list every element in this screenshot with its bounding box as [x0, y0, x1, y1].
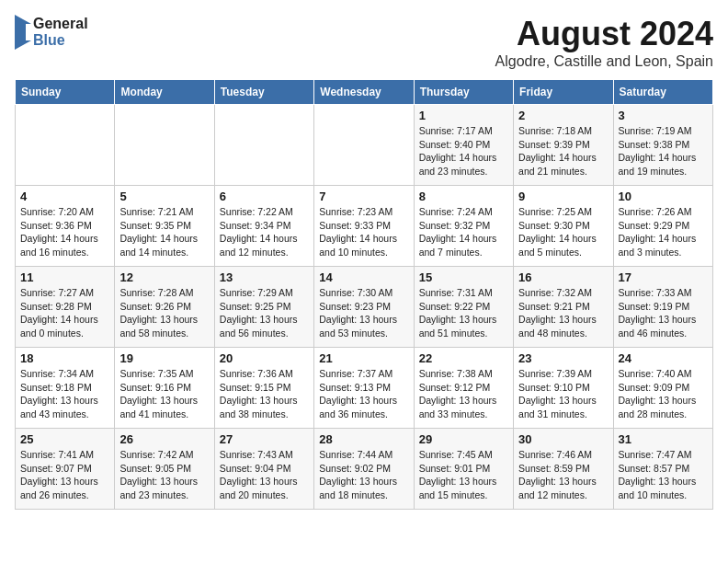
weekday-header-thursday: Thursday [414, 80, 513, 105]
day-number: 11 [20, 270, 109, 284]
location-subtitle: Algodre, Castille and Leon, Spain [495, 53, 714, 70]
calendar-cell: 22Sunrise: 7:38 AM Sunset: 9:12 PM Dayli… [414, 348, 513, 429]
day-number: 25 [20, 432, 109, 446]
day-info: Sunrise: 7:42 AM Sunset: 9:05 PM Dayligh… [119, 448, 209, 502]
calendar-cell: 11Sunrise: 7:27 AM Sunset: 9:28 PM Dayli… [16, 267, 115, 348]
logo-line1: General [33, 16, 88, 32]
day-info: Sunrise: 7:47 AM Sunset: 8:57 PM Dayligh… [619, 448, 708, 502]
day-number: 14 [319, 270, 408, 284]
logo-container: General Blue [15, 15, 88, 50]
day-number: 20 [220, 351, 309, 365]
day-number: 31 [619, 432, 708, 446]
calendar-cell: 17Sunrise: 7:33 AM Sunset: 9:19 PM Dayli… [613, 267, 712, 348]
day-number: 27 [220, 432, 309, 446]
calendar-cell: 13Sunrise: 7:29 AM Sunset: 9:25 PM Dayli… [214, 267, 313, 348]
calendar-cell: 31Sunrise: 7:47 AM Sunset: 8:57 PM Dayli… [613, 429, 712, 510]
calendar-cell: 16Sunrise: 7:32 AM Sunset: 9:21 PM Dayli… [514, 267, 613, 348]
calendar-cell: 5Sunrise: 7:21 AM Sunset: 9:35 PM Daylig… [115, 186, 214, 267]
day-number: 30 [518, 432, 608, 446]
calendar-cell: 2Sunrise: 7:18 AM Sunset: 9:39 PM Daylig… [514, 105, 613, 186]
calendar-table: SundayMondayTuesdayWednesdayThursdayFrid… [15, 79, 713, 510]
calendar-cell: 24Sunrise: 7:40 AM Sunset: 9:09 PM Dayli… [613, 348, 712, 429]
day-info: Sunrise: 7:25 AM Sunset: 9:30 PM Dayligh… [518, 205, 608, 259]
day-number: 9 [518, 190, 608, 203]
week-row-3: 11Sunrise: 7:27 AM Sunset: 9:28 PM Dayli… [16, 267, 713, 348]
calendar-cell: 3Sunrise: 7:19 AM Sunset: 9:38 PM Daylig… [613, 105, 712, 186]
day-info: Sunrise: 7:45 AM Sunset: 9:01 PM Dayligh… [419, 448, 508, 502]
calendar-cell: 21Sunrise: 7:37 AM Sunset: 9:13 PM Dayli… [314, 348, 414, 429]
calendar-cell: 9Sunrise: 7:25 AM Sunset: 9:30 PM Daylig… [514, 186, 613, 267]
day-number: 26 [119, 432, 209, 446]
logo-triangle-icon [15, 15, 31, 50]
day-info: Sunrise: 7:18 AM Sunset: 9:39 PM Dayligh… [518, 124, 608, 178]
logo-line2: Blue [33, 32, 88, 49]
weekday-header-sunday: Sunday [16, 80, 115, 105]
day-number: 28 [319, 432, 408, 446]
day-number: 12 [119, 270, 209, 284]
day-number: 29 [419, 432, 508, 446]
weekday-header-saturday: Saturday [613, 80, 712, 105]
calendar-cell: 14Sunrise: 7:30 AM Sunset: 9:23 PM Dayli… [314, 267, 414, 348]
calendar-cell [115, 105, 214, 186]
day-info: Sunrise: 7:22 AM Sunset: 9:34 PM Dayligh… [220, 205, 309, 259]
day-info: Sunrise: 7:35 AM Sunset: 9:16 PM Dayligh… [119, 367, 209, 421]
day-info: Sunrise: 7:32 AM Sunset: 9:21 PM Dayligh… [518, 286, 608, 340]
weekday-header-wednesday: Wednesday [314, 80, 414, 105]
day-info: Sunrise: 7:43 AM Sunset: 9:04 PM Dayligh… [220, 448, 309, 502]
weekday-header-tuesday: Tuesday [214, 80, 313, 105]
day-number: 17 [619, 270, 708, 284]
calendar-cell: 29Sunrise: 7:45 AM Sunset: 9:01 PM Dayli… [414, 429, 513, 510]
day-number: 24 [619, 351, 708, 365]
logo: General Blue [15, 15, 88, 50]
day-number: 15 [419, 270, 508, 284]
day-number: 13 [220, 270, 309, 284]
svg-marker-0 [15, 15, 31, 50]
calendar-cell: 28Sunrise: 7:44 AM Sunset: 9:02 PM Dayli… [314, 429, 414, 510]
calendar-cell: 4Sunrise: 7:20 AM Sunset: 9:36 PM Daylig… [16, 186, 115, 267]
calendar-cell: 30Sunrise: 7:46 AM Sunset: 8:59 PM Dayli… [514, 429, 613, 510]
day-info: Sunrise: 7:39 AM Sunset: 9:10 PM Dayligh… [518, 367, 608, 421]
day-number: 1 [419, 109, 508, 122]
day-info: Sunrise: 7:34 AM Sunset: 9:18 PM Dayligh… [20, 367, 109, 421]
day-info: Sunrise: 7:23 AM Sunset: 9:33 PM Dayligh… [319, 205, 408, 259]
week-row-2: 4Sunrise: 7:20 AM Sunset: 9:36 PM Daylig… [16, 186, 713, 267]
day-number: 2 [518, 109, 608, 122]
calendar-cell: 6Sunrise: 7:22 AM Sunset: 9:34 PM Daylig… [214, 186, 313, 267]
calendar-cell [214, 105, 313, 186]
week-row-5: 25Sunrise: 7:41 AM Sunset: 9:07 PM Dayli… [16, 429, 713, 510]
day-number: 6 [220, 190, 309, 203]
day-number: 22 [419, 351, 508, 365]
day-number: 5 [119, 190, 209, 203]
calendar-cell: 23Sunrise: 7:39 AM Sunset: 9:10 PM Dayli… [514, 348, 613, 429]
day-info: Sunrise: 7:33 AM Sunset: 9:19 PM Dayligh… [619, 286, 708, 340]
day-info: Sunrise: 7:41 AM Sunset: 9:07 PM Dayligh… [20, 448, 109, 502]
day-info: Sunrise: 7:37 AM Sunset: 9:13 PM Dayligh… [319, 367, 408, 421]
week-row-1: 1Sunrise: 7:17 AM Sunset: 9:40 PM Daylig… [16, 105, 713, 186]
calendar-cell: 15Sunrise: 7:31 AM Sunset: 9:22 PM Dayli… [414, 267, 513, 348]
calendar-cell: 1Sunrise: 7:17 AM Sunset: 9:40 PM Daylig… [414, 105, 513, 186]
title-block: August 2024 Algodre, Castille and Leon, … [495, 15, 714, 70]
weekday-header-monday: Monday [115, 80, 214, 105]
day-number: 16 [518, 270, 608, 284]
day-info: Sunrise: 7:30 AM Sunset: 9:23 PM Dayligh… [319, 286, 408, 340]
calendar-cell: 19Sunrise: 7:35 AM Sunset: 9:16 PM Dayli… [115, 348, 214, 429]
day-info: Sunrise: 7:19 AM Sunset: 9:38 PM Dayligh… [619, 124, 708, 178]
month-year-title: August 2024 [495, 15, 714, 53]
calendar-cell: 20Sunrise: 7:36 AM Sunset: 9:15 PM Dayli… [214, 348, 313, 429]
day-info: Sunrise: 7:38 AM Sunset: 9:12 PM Dayligh… [419, 367, 508, 421]
day-info: Sunrise: 7:20 AM Sunset: 9:36 PM Dayligh… [20, 205, 109, 259]
calendar-cell: 7Sunrise: 7:23 AM Sunset: 9:33 PM Daylig… [314, 186, 414, 267]
day-info: Sunrise: 7:46 AM Sunset: 8:59 PM Dayligh… [518, 448, 608, 502]
calendar-cell: 26Sunrise: 7:42 AM Sunset: 9:05 PM Dayli… [115, 429, 214, 510]
weekday-header-row: SundayMondayTuesdayWednesdayThursdayFrid… [16, 80, 713, 105]
calendar-cell: 25Sunrise: 7:41 AM Sunset: 9:07 PM Dayli… [16, 429, 115, 510]
day-info: Sunrise: 7:27 AM Sunset: 9:28 PM Dayligh… [20, 286, 109, 340]
day-info: Sunrise: 7:40 AM Sunset: 9:09 PM Dayligh… [619, 367, 708, 421]
day-info: Sunrise: 7:29 AM Sunset: 9:25 PM Dayligh… [220, 286, 309, 340]
day-number: 3 [619, 109, 708, 122]
day-number: 7 [319, 190, 408, 203]
day-number: 23 [518, 351, 608, 365]
calendar-cell [314, 105, 414, 186]
calendar-cell: 8Sunrise: 7:24 AM Sunset: 9:32 PM Daylig… [414, 186, 513, 267]
calendar-cell [16, 105, 115, 186]
